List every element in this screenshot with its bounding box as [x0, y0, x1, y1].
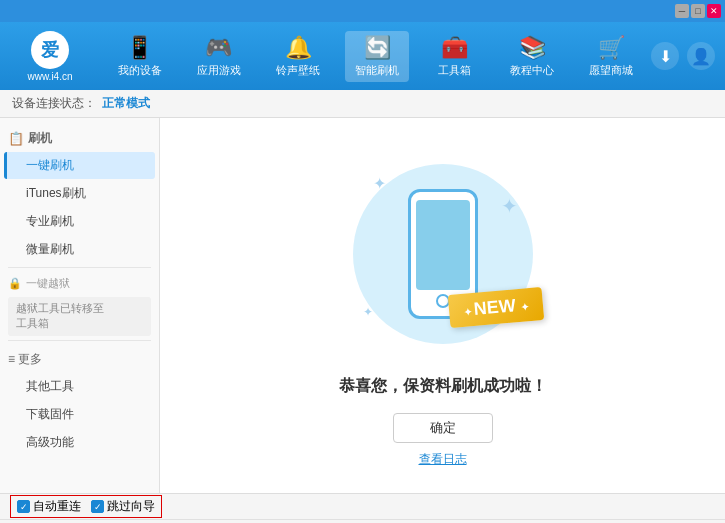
- sidebar-item-one-click-flash[interactable]: 一键刷机: [4, 152, 155, 179]
- my-device-label: 我的设备: [118, 63, 162, 78]
- sidebar-item-other-tools[interactable]: 其他工具: [4, 373, 155, 400]
- title-bar: ─ □ ✕: [0, 0, 725, 22]
- nav-apps-games[interactable]: 🎮 应用游戏: [187, 31, 251, 82]
- sidebar-jailbreak-section: 🔒 一键越狱: [0, 272, 159, 295]
- header: 爱 www.i4.cn 📱 我的设备 🎮 应用游戏 🔔 铃声壁纸 🔄 智能刷机 …: [0, 22, 725, 90]
- phone-illustration: ✦ ✦ ✦ NEW: [343, 144, 543, 364]
- ringtones-icon: 🔔: [285, 35, 312, 61]
- sparkle-icon-2: ✦: [501, 194, 518, 218]
- sparkle-icon-1: ✦: [373, 174, 386, 193]
- smart-flash-label: 智能刷机: [355, 63, 399, 78]
- ringtones-label: 铃声壁纸: [276, 63, 320, 78]
- flash-section-title: 刷机: [28, 130, 52, 147]
- main-layout: 📋 刷机 一键刷机 iTunes刷机 专业刷机 微量刷机 🔒 一键越狱 越狱工具…: [0, 118, 725, 493]
- sidebar-more-section: ≡ 更多: [0, 345, 159, 372]
- sidebar-jailbreak-note: 越狱工具已转移至工具箱: [8, 297, 151, 336]
- auto-reconnect-checkbox[interactable]: ✓ 自动重连: [17, 498, 81, 515]
- status-value: 正常模式: [102, 95, 150, 112]
- sidebar-item-itunes-flash[interactable]: iTunes刷机: [4, 180, 155, 207]
- flash-section-icon: 📋: [8, 131, 24, 146]
- minimize-button[interactable]: ─: [675, 4, 689, 18]
- sidebar-item-pro-flash[interactable]: 专业刷机: [4, 208, 155, 235]
- logo-icon: 爱: [31, 31, 69, 69]
- sidebar-divider-2: [8, 340, 151, 341]
- wishes-store-icon: 🛒: [598, 35, 625, 61]
- jailbreak-note-text: 越狱工具已转移至工具箱: [16, 302, 104, 329]
- my-device-icon: 📱: [126, 35, 153, 61]
- logo[interactable]: 爱 www.i4.cn: [10, 31, 90, 82]
- sidebar-section-flash: 📋 刷机: [0, 124, 159, 151]
- new-badge-text: NEW: [473, 295, 517, 319]
- close-button[interactable]: ✕: [707, 4, 721, 18]
- status-bar: 设备连接状态： 正常模式: [0, 90, 725, 118]
- tutorial-icon: 📚: [519, 35, 546, 61]
- sparkle-icon-3: ✦: [363, 305, 373, 319]
- success-message: 恭喜您，保资料刷机成功啦！: [339, 376, 547, 397]
- download-firmware-label: 下载固件: [26, 407, 74, 421]
- sidebar-divider-1: [8, 267, 151, 268]
- header-right: ⬇ 👤: [651, 42, 715, 70]
- one-click-flash-label: 一键刷机: [26, 158, 74, 172]
- skip-guide-label: 跳过向导: [107, 498, 155, 515]
- skip-guide-check-icon: ✓: [91, 500, 104, 513]
- bottom-section: ✓ 自动重连 ✓ 跳过向导 📱 iPhone 12 mini 64GB Down…: [0, 493, 725, 523]
- download-button[interactable]: ⬇: [651, 42, 679, 70]
- content-area: ✦ ✦ ✦ NEW 恭喜您，保资料刷机成功啦！ 确定 查看日志: [160, 118, 725, 493]
- pro-flash-label: 专业刷机: [26, 214, 74, 228]
- nav-wishes-store[interactable]: 🛒 愿望商城: [579, 31, 643, 82]
- toolbox-label: 工具箱: [438, 63, 471, 78]
- wishes-store-label: 愿望商城: [589, 63, 633, 78]
- footer-row1: ✓ 自动重连 ✓ 跳过向导: [0, 494, 725, 520]
- nav-smart-flash[interactable]: 🔄 智能刷机: [345, 31, 409, 82]
- sidebar-item-advanced[interactable]: 高级功能: [4, 429, 155, 456]
- logo-char: 爱: [41, 38, 59, 62]
- other-tools-label: 其他工具: [26, 379, 74, 393]
- account-button[interactable]: 👤: [687, 42, 715, 70]
- smart-flash-icon: 🔄: [364, 35, 391, 61]
- advanced-label: 高级功能: [26, 435, 74, 449]
- nav-my-device[interactable]: 📱 我的设备: [108, 31, 172, 82]
- skip-guide-checkbox[interactable]: ✓ 跳过向导: [91, 498, 155, 515]
- nav-toolbox[interactable]: 🧰 工具箱: [425, 31, 485, 82]
- phone-circle-bg: ✦ ✦ ✦ NEW: [353, 164, 533, 344]
- jailbreak-label: 一键越狱: [26, 276, 70, 291]
- sidebar-item-screen-flash[interactable]: 微量刷机: [4, 236, 155, 263]
- phone-screen: [416, 200, 470, 290]
- status-label: 设备连接状态：: [12, 95, 96, 112]
- sidebar-item-download-firmware[interactable]: 下载固件: [4, 401, 155, 428]
- apps-games-icon: 🎮: [205, 35, 232, 61]
- sidebar: 📋 刷机 一键刷机 iTunes刷机 专业刷机 微量刷机 🔒 一键越狱 越狱工具…: [0, 118, 160, 493]
- nav-ringtones[interactable]: 🔔 铃声壁纸: [266, 31, 330, 82]
- nav-tutorial[interactable]: 📚 教程中心: [500, 31, 564, 82]
- confirm-button[interactable]: 确定: [393, 413, 493, 443]
- apps-games-label: 应用游戏: [197, 63, 241, 78]
- window-controls: ─ □ ✕: [675, 4, 721, 18]
- maximize-button[interactable]: □: [691, 4, 705, 18]
- auto-reconnect-label: 自动重连: [33, 498, 81, 515]
- checkbox-group: ✓ 自动重连 ✓ 跳过向导: [10, 495, 162, 518]
- more-title-label: ≡ 更多: [8, 351, 42, 368]
- lock-icon: 🔒: [8, 277, 22, 290]
- logo-url: www.i4.cn: [27, 71, 72, 82]
- screen-flash-label: 微量刷机: [26, 242, 74, 256]
- nav-bar: 📱 我的设备 🎮 应用游戏 🔔 铃声壁纸 🔄 智能刷机 🧰 工具箱 📚 教程中心…: [100, 31, 651, 82]
- tutorial-label: 教程中心: [510, 63, 554, 78]
- view-log-link[interactable]: 查看日志: [419, 451, 467, 468]
- auto-reconnect-check-icon: ✓: [17, 500, 30, 513]
- itunes-flash-label: iTunes刷机: [26, 186, 86, 200]
- toolbox-icon: 🧰: [441, 35, 468, 61]
